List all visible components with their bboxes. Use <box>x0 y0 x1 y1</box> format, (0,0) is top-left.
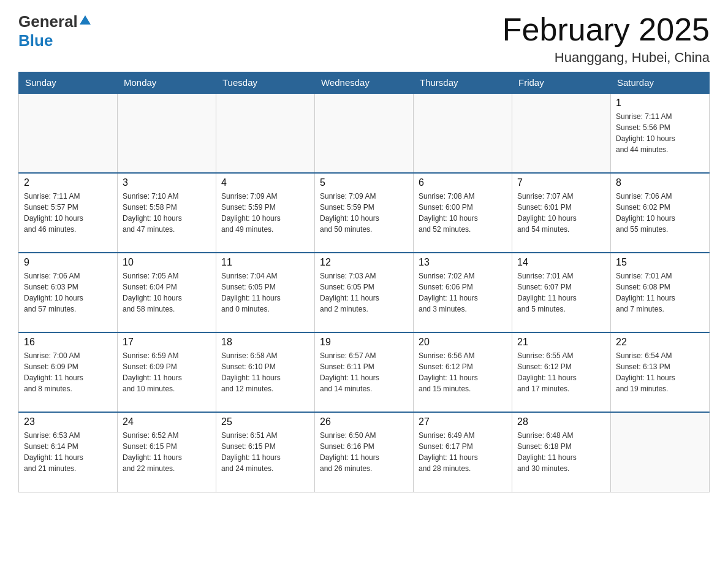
day-info: Sunrise: 7:08 AM Sunset: 6:00 PM Dayligh… <box>419 191 507 235</box>
calendar-week-row: 23Sunrise: 6:53 AM Sunset: 6:14 PM Dayli… <box>19 412 710 492</box>
calendar-cell: 10Sunrise: 7:05 AM Sunset: 6:04 PM Dayli… <box>118 253 216 332</box>
calendar-cell <box>315 93 414 173</box>
day-info: Sunrise: 7:07 AM Sunset: 6:01 PM Dayligh… <box>517 191 605 235</box>
day-info: Sunrise: 6:58 AM Sunset: 6:10 PM Dayligh… <box>221 350 309 394</box>
calendar-week-row: 2Sunrise: 7:11 AM Sunset: 5:57 PM Daylig… <box>19 173 710 253</box>
day-info: Sunrise: 6:49 AM Sunset: 6:17 PM Dayligh… <box>419 430 507 474</box>
day-number: 20 <box>419 337 507 348</box>
calendar-cell: 1Sunrise: 7:11 AM Sunset: 5:56 PM Daylig… <box>611 93 710 173</box>
day-number: 24 <box>123 416 211 427</box>
day-info: Sunrise: 7:01 AM Sunset: 6:07 PM Dayligh… <box>517 270 605 315</box>
day-info: Sunrise: 7:09 AM Sunset: 5:59 PM Dayligh… <box>320 191 408 235</box>
day-info: Sunrise: 7:06 AM Sunset: 6:03 PM Dayligh… <box>24 270 112 315</box>
calendar-cell <box>216 93 315 173</box>
day-number: 1 <box>616 98 704 109</box>
day-info: Sunrise: 7:10 AM Sunset: 5:58 PM Dayligh… <box>123 191 211 235</box>
day-info: Sunrise: 6:55 AM Sunset: 6:12 PM Dayligh… <box>517 350 605 394</box>
day-info: Sunrise: 6:53 AM Sunset: 6:14 PM Dayligh… <box>24 430 112 474</box>
weekday-header-row: SundayMondayTuesdayWednesdayThursdayFrid… <box>19 72 710 94</box>
calendar-cell: 14Sunrise: 7:01 AM Sunset: 6:07 PM Dayli… <box>512 253 611 332</box>
calendar-cell: 12Sunrise: 7:03 AM Sunset: 6:05 PM Dayli… <box>315 253 414 332</box>
day-info: Sunrise: 6:51 AM Sunset: 6:15 PM Dayligh… <box>221 430 309 474</box>
day-info: Sunrise: 7:01 AM Sunset: 6:08 PM Dayligh… <box>616 270 704 315</box>
day-info: Sunrise: 6:56 AM Sunset: 6:12 PM Dayligh… <box>419 350 507 394</box>
calendar-week-row: 1Sunrise: 7:11 AM Sunset: 5:56 PM Daylig… <box>19 93 710 173</box>
day-number: 13 <box>419 257 507 268</box>
calendar-cell: 15Sunrise: 7:01 AM Sunset: 6:08 PM Dayli… <box>611 253 710 332</box>
weekday-header-saturday: Saturday <box>611 72 710 94</box>
weekday-header-tuesday: Tuesday <box>216 72 315 94</box>
day-number: 22 <box>616 337 704 348</box>
day-info: Sunrise: 6:50 AM Sunset: 6:16 PM Dayligh… <box>320 430 408 474</box>
day-info: Sunrise: 7:11 AM Sunset: 5:56 PM Dayligh… <box>616 111 704 155</box>
day-number: 11 <box>221 257 309 268</box>
day-info: Sunrise: 7:05 AM Sunset: 6:04 PM Dayligh… <box>123 270 211 315</box>
calendar-cell: 19Sunrise: 6:57 AM Sunset: 6:11 PM Dayli… <box>315 332 414 412</box>
calendar-cell: 28Sunrise: 6:48 AM Sunset: 6:18 PM Dayli… <box>512 412 611 492</box>
day-info: Sunrise: 7:09 AM Sunset: 5:59 PM Dayligh… <box>221 191 309 235</box>
calendar-week-row: 9Sunrise: 7:06 AM Sunset: 6:03 PM Daylig… <box>19 253 710 332</box>
day-number: 16 <box>24 337 112 348</box>
day-info: Sunrise: 7:04 AM Sunset: 6:05 PM Dayligh… <box>221 270 309 315</box>
weekday-header-sunday: Sunday <box>19 72 118 94</box>
page-header: General Blue February 2025 Huanggang, Hu… <box>18 12 710 66</box>
day-number: 5 <box>320 177 408 188</box>
logo: General Blue <box>18 12 91 50</box>
calendar-cell: 11Sunrise: 7:04 AM Sunset: 6:05 PM Dayli… <box>216 253 315 332</box>
calendar-cell: 5Sunrise: 7:09 AM Sunset: 5:59 PM Daylig… <box>315 173 414 253</box>
calendar-cell <box>512 93 611 173</box>
calendar-cell: 25Sunrise: 6:51 AM Sunset: 6:15 PM Dayli… <box>216 412 315 492</box>
weekday-header-thursday: Thursday <box>414 72 512 94</box>
day-number: 3 <box>123 177 211 188</box>
calendar-cell: 21Sunrise: 6:55 AM Sunset: 6:12 PM Dayli… <box>512 332 611 412</box>
calendar-cell: 13Sunrise: 7:02 AM Sunset: 6:06 PM Dayli… <box>414 253 512 332</box>
calendar-cell: 16Sunrise: 7:00 AM Sunset: 6:09 PM Dayli… <box>19 332 118 412</box>
day-info: Sunrise: 7:03 AM Sunset: 6:05 PM Dayligh… <box>320 270 408 315</box>
day-info: Sunrise: 6:57 AM Sunset: 6:11 PM Dayligh… <box>320 350 408 394</box>
day-number: 10 <box>123 257 211 268</box>
day-number: 6 <box>419 177 507 188</box>
logo-general: General <box>18 12 78 31</box>
calendar-cell: 22Sunrise: 6:54 AM Sunset: 6:13 PM Dayli… <box>611 332 710 412</box>
day-number: 7 <box>517 177 605 188</box>
calendar-cell: 6Sunrise: 7:08 AM Sunset: 6:00 PM Daylig… <box>414 173 512 253</box>
calendar-cell: 27Sunrise: 6:49 AM Sunset: 6:17 PM Dayli… <box>414 412 512 492</box>
day-info: Sunrise: 6:48 AM Sunset: 6:18 PM Dayligh… <box>517 430 605 474</box>
calendar-cell <box>19 93 118 173</box>
day-info: Sunrise: 6:59 AM Sunset: 6:09 PM Dayligh… <box>123 350 211 394</box>
day-info: Sunrise: 7:11 AM Sunset: 5:57 PM Dayligh… <box>24 191 112 235</box>
logo-triangle-icon <box>80 15 91 25</box>
day-number: 2 <box>24 177 112 188</box>
day-number: 15 <box>616 257 704 268</box>
calendar-cell: 9Sunrise: 7:06 AM Sunset: 6:03 PM Daylig… <box>19 253 118 332</box>
calendar-cell <box>118 93 216 173</box>
day-number: 27 <box>419 416 507 427</box>
month-title: February 2025 <box>502 12 710 47</box>
day-number: 28 <box>517 416 605 427</box>
calendar-cell: 3Sunrise: 7:10 AM Sunset: 5:58 PM Daylig… <box>118 173 216 253</box>
calendar-cell <box>611 412 710 492</box>
logo-blue: Blue <box>18 31 53 50</box>
day-info: Sunrise: 6:52 AM Sunset: 6:15 PM Dayligh… <box>123 430 211 474</box>
calendar-cell: 2Sunrise: 7:11 AM Sunset: 5:57 PM Daylig… <box>19 173 118 253</box>
day-info: Sunrise: 7:06 AM Sunset: 6:02 PM Dayligh… <box>616 191 704 235</box>
calendar-cell: 4Sunrise: 7:09 AM Sunset: 5:59 PM Daylig… <box>216 173 315 253</box>
day-number: 8 <box>616 177 704 188</box>
title-block: February 2025 Huanggang, Hubei, China <box>502 12 710 66</box>
day-number: 23 <box>24 416 112 427</box>
calendar-cell: 7Sunrise: 7:07 AM Sunset: 6:01 PM Daylig… <box>512 173 611 253</box>
day-info: Sunrise: 6:54 AM Sunset: 6:13 PM Dayligh… <box>616 350 704 394</box>
day-number: 14 <box>517 257 605 268</box>
day-number: 21 <box>517 337 605 348</box>
calendar-cell: 17Sunrise: 6:59 AM Sunset: 6:09 PM Dayli… <box>118 332 216 412</box>
day-number: 4 <box>221 177 309 188</box>
day-number: 26 <box>320 416 408 427</box>
day-number: 12 <box>320 257 408 268</box>
day-number: 18 <box>221 337 309 348</box>
calendar-cell <box>414 93 512 173</box>
day-number: 17 <box>123 337 211 348</box>
calendar-cell: 26Sunrise: 6:50 AM Sunset: 6:16 PM Dayli… <box>315 412 414 492</box>
calendar-cell: 24Sunrise: 6:52 AM Sunset: 6:15 PM Dayli… <box>118 412 216 492</box>
day-number: 9 <box>24 257 112 268</box>
day-info: Sunrise: 7:00 AM Sunset: 6:09 PM Dayligh… <box>24 350 112 394</box>
